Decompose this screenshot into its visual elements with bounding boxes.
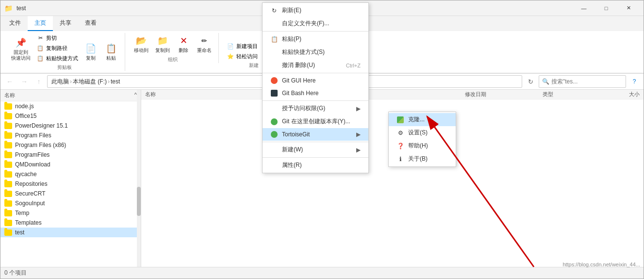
menu-item-gitbash[interactable]: Git Bash Here (263, 87, 368, 99)
col-header-size[interactable]: 大小 (601, 91, 640, 98)
address-path-folder: test (111, 78, 120, 85)
ribbon-btn-paste[interactable]: 📋 粘贴 (101, 41, 121, 63)
folder-test[interactable]: test (0, 228, 141, 237)
folder-icon-test (4, 230, 12, 236)
menu-item-refresh-label: 刷新(E) (282, 6, 301, 15)
menu-item-new[interactable]: 新建(W) ▶ (263, 143, 368, 156)
paste-icon: 📋 (105, 43, 117, 54)
ribbon-btn-delete[interactable]: ✕ 删除 (174, 33, 193, 55)
folder-label-test: test (15, 229, 24, 236)
refresh-icon: ↻ (270, 7, 278, 15)
folder-label-qmdownload: QMDownload (15, 161, 50, 168)
tab-share[interactable]: 共享 (53, 16, 78, 31)
folder-icon-qycache (4, 171, 12, 178)
menu-item-customize[interactable]: 自定义文件夹(F)... (263, 17, 368, 30)
ribbon-btn-easy-access[interactable]: ⭐ 轻松访问 (225, 51, 260, 61)
rename-icon: ✏ (198, 35, 210, 47)
submenu-help-label: 帮助(H) (408, 142, 428, 150)
folder-sogoui[interactable]: SogouInput (0, 198, 141, 208)
folder-office15[interactable]: Office15 (0, 111, 141, 121)
folder-programfiles[interactable]: ProgramFiles (0, 150, 141, 160)
folder-icon-office15 (4, 113, 12, 119)
tortoise-menu-icon (270, 131, 278, 138)
forward-icon: → (21, 78, 28, 85)
submenu-item-help[interactable]: ❓ 帮助(H) (389, 139, 456, 152)
ribbon-small-clipboard: ✂ 剪切 📋 复制路径 📋 粘贴快捷方式 (34, 33, 80, 63)
menu-item-gitgui[interactable]: Git GUI Here (263, 74, 368, 87)
folder-program-files-x86[interactable]: Program Files (x86) (0, 140, 141, 150)
ribbon-btn-copy-path[interactable]: 📋 复制路径 (34, 43, 80, 53)
folder-qmdownload[interactable]: QMDownload (0, 160, 141, 169)
menu-item-grant-access[interactable]: 授予访问权限(G) ▶ (263, 102, 368, 115)
folder-icon-securecrt (4, 191, 12, 197)
address-path-computer: 此电脑 (51, 78, 69, 86)
menu-item-git-create-label: Git 在这里创建版本库(Y)... (282, 117, 350, 126)
up-icon: ↑ (37, 78, 41, 85)
submenu-item-clone[interactable]: 克隆... (389, 113, 456, 126)
ribbon-btn-pin[interactable]: 📌 固定到快速访问 (8, 35, 33, 63)
ribbon-btn-cut[interactable]: ✂ 剪切 (34, 33, 80, 43)
folder-icon-program-files (4, 132, 12, 139)
search-box[interactable]: 🔍 (539, 75, 626, 88)
pin-icon: 📌 (15, 37, 27, 49)
folder-repositories[interactable]: Repositories (0, 179, 141, 189)
new-arrow: ▶ (356, 147, 361, 153)
properties-icon (270, 162, 278, 169)
ribbon-btn-copyto[interactable]: 📁 复制到 (152, 33, 173, 55)
submenu-item-settings[interactable]: ⚙ 设置(S) (389, 126, 456, 139)
menu-item-grant-access-label: 授予访问权限(G) (282, 104, 352, 113)
address-sep-2: › (108, 78, 110, 85)
menu-item-refresh[interactable]: ↻ 刷新(E) (263, 4, 368, 17)
help-button[interactable]: ? (628, 75, 641, 88)
customize-icon (270, 20, 278, 28)
ribbon-btn-paste-shortcut[interactable]: 📋 粘贴快捷方式 (34, 53, 80, 63)
up-button[interactable]: ↑ (33, 75, 45, 88)
tab-view[interactable]: 查看 (78, 16, 103, 31)
folder-templates[interactable]: Templates (0, 218, 141, 228)
search-input[interactable] (551, 78, 623, 85)
menu-item-paste[interactable]: 📋 粘贴(P) (263, 33, 368, 46)
close-button[interactable]: ✕ (617, 0, 640, 16)
ribbon-btn-rename[interactable]: ✏ 重命名 (194, 33, 215, 55)
tab-home[interactable]: 主页 (28, 16, 53, 31)
left-scrollbar-thumb[interactable] (137, 187, 141, 216)
back-button[interactable]: ← (3, 75, 16, 88)
folder-securecrt[interactable]: SecureCRT (0, 189, 141, 198)
ribbon-btn-copy[interactable]: 📄 复制 (81, 41, 100, 63)
menu-separator-1 (263, 31, 368, 32)
folder-node-js[interactable]: node.js (0, 101, 141, 111)
forward-button[interactable]: → (18, 75, 31, 88)
submenu-item-about[interactable]: ℹ 关于(B) (389, 152, 456, 165)
folder-icon-powerdesigner (4, 123, 12, 129)
folder-label-program-files-x86: Program Files (x86) (15, 142, 66, 148)
menu-item-properties[interactable]: 属性(R) (263, 159, 368, 172)
refresh-nav-button[interactable]: ↻ (524, 75, 537, 88)
folder-powerdesigner[interactable]: PowerDesigner 15.1 (0, 121, 141, 131)
tab-file[interactable]: 文件 (2, 16, 28, 31)
col-header-type[interactable]: 类型 (543, 91, 601, 98)
ribbon-btn-move[interactable]: 📂 移动到 (131, 33, 151, 55)
menu-item-tortoise[interactable]: TortoiseGit ▶ (263, 128, 368, 141)
copy-label: 复制 (86, 55, 96, 61)
organize-group-label: 组织 (168, 56, 178, 63)
menu-item-git-create[interactable]: Git 在这里创建版本库(Y)... (263, 115, 368, 128)
submenu-clone-label: 克隆... (408, 115, 425, 124)
folder-temp[interactable]: Temp (0, 208, 141, 218)
minimize-button[interactable]: — (573, 0, 595, 16)
maximize-button[interactable]: □ (595, 0, 617, 16)
menu-item-undo[interactable]: 撤消 删除(U) Ctrl+Z (263, 59, 368, 72)
menu-separator-3 (263, 100, 368, 101)
undo-shortcut: Ctrl+Z (346, 63, 361, 68)
col-header-date[interactable]: 修改日期 (465, 91, 543, 98)
menu-item-paste-shortcut[interactable]: 粘贴快捷方式(S) (263, 46, 368, 59)
ribbon-btn-new-item[interactable]: 📄 新建项目 (225, 41, 260, 51)
folder-icon-node-js (4, 103, 12, 110)
cut-label: 剪切 (46, 34, 57, 42)
folder-qycache[interactable]: qycache (0, 169, 141, 179)
refresh-nav-icon: ↻ (528, 78, 533, 85)
about-menu-icon: ℹ (396, 155, 404, 163)
folder-program-files[interactable]: Program Files (0, 131, 141, 140)
file-list-header: 名称 修改日期 类型 大小 (141, 90, 644, 99)
left-scrollbar[interactable] (137, 90, 141, 267)
folder-label-templates: Templates (15, 219, 42, 226)
